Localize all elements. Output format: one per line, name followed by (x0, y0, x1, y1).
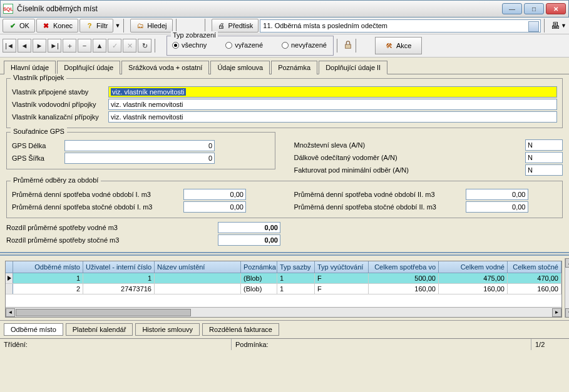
nav-delete-button[interactable]: − (78, 39, 91, 53)
cell: 27473716 (83, 284, 155, 294)
gps-delka-label: GPS Délka (12, 142, 62, 149)
gps-delka-input[interactable]: 0 (64, 140, 215, 151)
radio-vyrazene[interactable]: vyřazené (225, 41, 263, 49)
gps-fieldset: Souřadnice GPS GPS Délka 0 GPS Šířka 0 (6, 132, 275, 169)
detail-panel: Vlastník přípojek Vlastník připojené sta… (0, 74, 569, 252)
sleva-input[interactable]: N (525, 139, 563, 151)
splitter[interactable] (0, 252, 569, 256)
tab-doplnujici[interactable]: Doplňující údaje (57, 61, 120, 74)
vlastnik-stavba-input[interactable]: viz. vlastník nemovitosti (108, 86, 557, 98)
cell: F (315, 284, 369, 294)
vlastnik-vod-input[interactable]: viz. vlastník nemovitosti (108, 99, 557, 110)
col-poznamka[interactable]: Poznámka (241, 261, 277, 273)
radio-vsechny-label: všechny (182, 41, 207, 49)
radio-dot-icon (282, 42, 289, 49)
x-icon: ✖ (42, 21, 51, 30)
col-typ-sazby[interactable]: Typ sazby (277, 261, 315, 273)
col-celkem-vodne[interactable]: Celkem vodné (439, 261, 508, 273)
fakturovat-label: Fakturovat pod minimální odběr (A/N) (294, 166, 419, 174)
nav-cancel-button[interactable]: ✕ (123, 39, 136, 53)
col-celkem-spotreba[interactable]: Celkem spotřeba vo (369, 261, 439, 273)
table-row[interactable]: 1 1 (Blob) 1 F 500,00 475,00 470,00 (6, 273, 561, 284)
nav-next-button[interactable]: ► (33, 39, 46, 53)
cell: 1 (277, 273, 315, 283)
nav-prev-button[interactable]: ◄ (18, 39, 31, 53)
btab-odberne[interactable]: Odběrné místo (4, 323, 63, 336)
tab-hlavni[interactable]: Hlavní údaje (4, 61, 56, 74)
col-odberne-misto[interactable]: Odběrné místo (13, 261, 83, 273)
minimize-button[interactable]: — (502, 3, 522, 14)
dalk-input[interactable]: N (525, 152, 563, 163)
col-nazev[interactable]: Název umístění (155, 261, 241, 273)
stoc2-input[interactable]: 0,00 (466, 201, 528, 213)
vlastnik-stavba-label: Vlastník připojené stavby (12, 88, 106, 96)
grid-corner (6, 261, 13, 273)
scroll-right-icon[interactable]: ► (552, 308, 561, 317)
cell (155, 284, 241, 294)
prumerne-legend: Průměrné odběry za období (11, 176, 101, 184)
tab-doplnujici2[interactable]: Doplňující údaje II (319, 61, 387, 74)
radio-vsechny[interactable]: všechny (172, 41, 207, 49)
tab-srazkova[interactable]: Srážková voda + ostatní (121, 61, 209, 74)
stoc2-label: Průměrná denní spotřeba stočné období II… (294, 203, 463, 211)
btab-rozdelena[interactable]: Rozdělená fakturace (202, 323, 279, 336)
dalk-label: Dálkově odečítaný vodoměr (A/N) (294, 154, 419, 161)
tools-icon: 🛠 (386, 42, 392, 49)
printer2-icon[interactable]: 🖶 (551, 21, 560, 31)
btab-historie[interactable]: Historie smlouvy (135, 323, 200, 336)
radio-nevyrazene[interactable]: nevyřazené (282, 41, 327, 49)
nav-first-button[interactable]: |◄ (3, 39, 16, 53)
nav-refresh-button[interactable]: ↻ (138, 39, 151, 53)
ok-button[interactable]: ✔ OK (3, 19, 35, 33)
check-icon: ✔ (8, 21, 17, 30)
fakturovat-input[interactable]: N (525, 164, 563, 176)
tab-poznamka[interactable]: Poznámka (271, 61, 317, 74)
stoc1-input[interactable]: 0,00 (183, 201, 246, 213)
col-celkem-stocne[interactable]: Celkem stočné (508, 261, 561, 273)
predtisk-button[interactable]: 🖨 Předtisk (212, 19, 259, 33)
vod2-input[interactable]: 0,00 (466, 189, 528, 200)
svg-rect-0 (346, 44, 351, 48)
akce-button[interactable]: 🛠 Akce (375, 37, 422, 54)
printer-icon: 🖨 (217, 21, 226, 30)
scroll-down-icon[interactable]: ▼ (565, 308, 569, 318)
main-toolbar: ✔ OK ✖ Konec ? Filtr ▼ 🗂 Hledej 🖨 Předti… (0, 18, 569, 34)
col-typ-vyuctovani[interactable]: Typ vyúčtování (315, 261, 369, 273)
scroll-thumb[interactable] (16, 309, 191, 316)
btab-platebni[interactable]: Platební kalendář (66, 323, 133, 336)
tab-smlouva[interactable]: Údaje smlouva (210, 61, 270, 74)
hledej-button[interactable]: 🗂 Hledej (130, 19, 172, 33)
cell: 470,00 (508, 273, 561, 283)
cell: 475,00 (439, 273, 508, 283)
bottom-tabbar: Odběrné místo Platební kalendář Historie… (0, 320, 569, 338)
scroll-up-icon[interactable]: ▲ (565, 258, 569, 268)
prumerne-fieldset: Průměrné odběry za období Průměrná denní… (6, 181, 563, 218)
gps-sirka-input[interactable]: 0 (64, 153, 215, 164)
row-indicator-icon (6, 284, 13, 294)
vlastnik-stavba-value: viz. vlastník nemovitosti (111, 88, 186, 96)
close-button[interactable]: ✕ (546, 3, 566, 14)
data-grid[interactable]: Odběrné místo Uživatel - interní číslo N… (5, 261, 562, 318)
window-title: Číselník odběrných míst (17, 4, 98, 13)
grid-header: Odběrné místo Uživatel - interní číslo N… (6, 261, 561, 273)
report-dropdown[interactable]: 11. Odběrná místa s posledním odečtem (260, 19, 541, 33)
vlastnik-kan-input[interactable]: viz. vlastník nemovitosti (108, 111, 557, 123)
window-titlebar: SQL Číselník odběrných míst — □ ✕ (0, 0, 569, 18)
grid-hscrollbar[interactable]: ◄ ► (6, 307, 561, 317)
report-dropdown-value: 11. Odběrná místa s posledním odečtem (263, 22, 387, 29)
statusbar: Třídění: Podmínka: 1/2 (0, 338, 569, 350)
table-row[interactable]: 2 27473716 (Blob) 1 F 160,00 160,00 160,… (6, 284, 561, 294)
konec-button[interactable]: ✖ Konec (36, 19, 78, 33)
nav-add-button[interactable]: ＋ (63, 39, 76, 53)
nav-last-button[interactable]: ►| (48, 39, 61, 53)
col-uzivatel[interactable]: Uživatel - interní číslo (83, 261, 155, 273)
nav-edit-button[interactable]: ▲ (93, 39, 106, 53)
cell (155, 273, 241, 283)
maximize-button[interactable]: □ (524, 3, 544, 14)
filtr-button[interactable]: ? Filtr (79, 19, 113, 33)
scroll-left-icon[interactable]: ◄ (6, 308, 15, 317)
lock-icon[interactable] (344, 41, 352, 51)
vod1-input[interactable]: 0,00 (183, 189, 246, 200)
grid-vscrollbar[interactable]: ▲ ▼ (565, 258, 569, 318)
nav-post-button[interactable]: ✓ (108, 39, 121, 53)
